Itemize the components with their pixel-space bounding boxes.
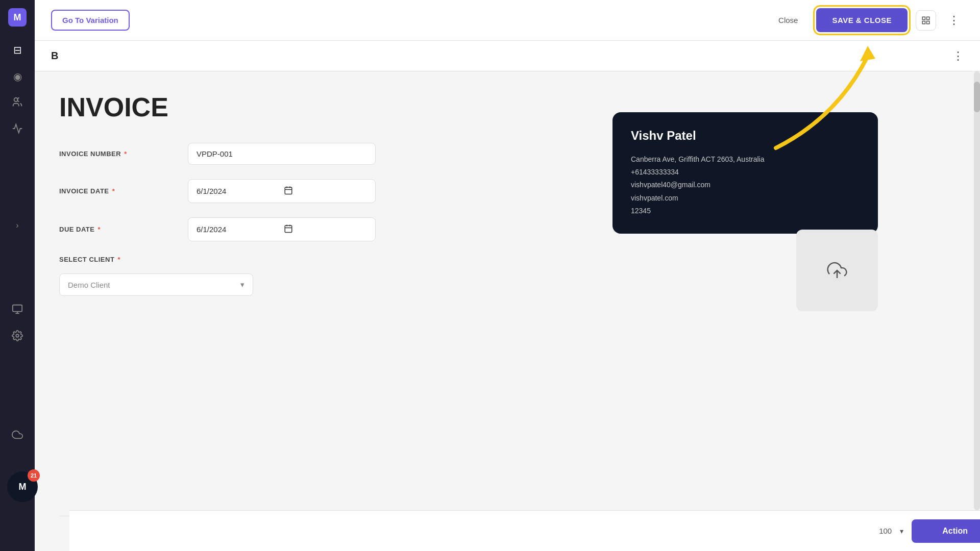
due-date-row: DUE DATE * 6/1/2024 xyxy=(59,217,376,241)
invoice-date-row: INVOICE DATE * 6/1/2024 xyxy=(59,179,376,203)
contact-postal: 12345 xyxy=(631,205,860,217)
invoice-date-input[interactable]: 6/1/2024 xyxy=(188,179,376,203)
go-to-variation-button[interactable]: Go To Variation xyxy=(51,10,130,31)
notification-count: 21 xyxy=(28,469,40,482)
topbar: Go To Variation Close SAVE & CLOSE ⋮ xyxy=(35,0,980,41)
calendar-icon xyxy=(284,224,367,235)
svg-rect-1 xyxy=(13,305,22,311)
svg-rect-13 xyxy=(285,226,292,233)
chart-icon xyxy=(12,123,23,137)
contact-name: Vishv Patel xyxy=(631,129,860,143)
due-date-input[interactable]: 6/1/2024 xyxy=(188,217,376,241)
sidebar-item-chart[interactable] xyxy=(6,118,29,141)
invoice-number-row: INVOICE NUMBER * xyxy=(59,143,376,165)
secondbar-more-menu[interactable]: ⋮ xyxy=(952,49,964,63)
scrollbar[interactable] xyxy=(974,71,980,510)
calendar-icon xyxy=(284,186,367,196)
contact-website: vishvpatel.com xyxy=(631,192,860,205)
chevron-down-icon: ▾ xyxy=(240,280,244,289)
invoice-form: INVOICE NUMBER * INVOICE DATE * 6/1/2024 xyxy=(59,143,376,296)
contacts-icon xyxy=(12,96,23,110)
required-indicator: * xyxy=(98,226,101,233)
topbar-extra-icon[interactable] xyxy=(916,10,936,31)
required-indicator: * xyxy=(112,187,115,195)
select-client-label: SELECT CLIENT * xyxy=(59,256,172,263)
main-area: Go To Variation Close SAVE & CLOSE ⋮ B ⋮… xyxy=(35,0,980,551)
sidebar-item-monitor[interactable] xyxy=(6,299,29,321)
sidebar-item-contacts[interactable] xyxy=(6,92,29,114)
contact-address: Canberra Ave, Griffith ACT 2603, Austral… xyxy=(631,153,860,166)
contact-info: Canberra Ave, Griffith ACT 2603, Austral… xyxy=(631,153,860,217)
sidebar-logo[interactable]: M xyxy=(8,8,27,27)
topbar-more-menu[interactable]: ⋮ xyxy=(944,10,964,31)
upload-icon xyxy=(827,260,847,281)
notification-badge[interactable]: M 21 xyxy=(7,471,38,502)
bottom-bar: 100 ▾ Action xyxy=(69,510,980,551)
required-indicator: * xyxy=(117,256,120,263)
dashboard-icon: ⊟ xyxy=(13,44,22,56)
analytics-icon: ◉ xyxy=(13,70,22,83)
close-button[interactable]: Close xyxy=(768,11,808,30)
content-area: INVOICE INVOICE NUMBER * INVOICE DATE * … xyxy=(35,71,980,551)
secondbar: B ⋮ xyxy=(35,41,980,71)
sidebar-item-cloud[interactable] xyxy=(6,424,29,447)
save-close-button[interactable]: SAVE & CLOSE xyxy=(816,8,908,32)
client-select-wrapper: Demo Client ▾ xyxy=(59,273,376,296)
contact-phone: +61433333334 xyxy=(631,166,860,179)
settings-icon xyxy=(12,330,23,344)
action-button[interactable]: Action xyxy=(912,519,980,543)
sidebar-item-analytics[interactable]: ◉ xyxy=(6,65,29,88)
svg-rect-7 xyxy=(922,21,925,23)
upload-area[interactable] xyxy=(796,230,878,311)
contact-email: vishvpatel40@gmail.com xyxy=(631,179,860,191)
svg-point-4 xyxy=(16,334,19,337)
select-client-row: SELECT CLIENT * xyxy=(59,256,376,263)
due-date-label: DUE DATE * xyxy=(59,226,172,233)
sidebar: M ⊟ ◉ › xyxy=(0,0,35,551)
monitor-icon xyxy=(12,304,23,317)
page-count-label: 100 xyxy=(879,527,892,535)
sidebar-item-settings[interactable] xyxy=(6,325,29,348)
sidebar-item-dashboard[interactable]: ⊟ xyxy=(6,39,29,61)
contact-card: Vishv Patel Canberra Ave, Griffith ACT 2… xyxy=(612,112,878,234)
invoice-number-label: INVOICE NUMBER * xyxy=(59,150,172,158)
cloud-icon xyxy=(12,429,23,443)
svg-rect-6 xyxy=(927,17,929,19)
sidebar-expand[interactable]: › xyxy=(9,217,26,234)
svg-rect-8 xyxy=(927,21,929,23)
chevron-right-icon: › xyxy=(16,221,18,230)
svg-rect-5 xyxy=(922,17,925,19)
client-select[interactable]: Demo Client ▾ xyxy=(59,273,253,296)
secondbar-title: B xyxy=(51,50,58,62)
required-indicator: * xyxy=(124,150,127,158)
invoice-date-label: INVOICE DATE * xyxy=(59,187,172,195)
scroll-thumb[interactable] xyxy=(974,82,980,112)
invoice-number-input[interactable] xyxy=(188,143,376,165)
notification-logo: M xyxy=(19,482,27,492)
svg-rect-9 xyxy=(285,187,292,194)
chevron-down-icon: ▾ xyxy=(900,527,903,535)
